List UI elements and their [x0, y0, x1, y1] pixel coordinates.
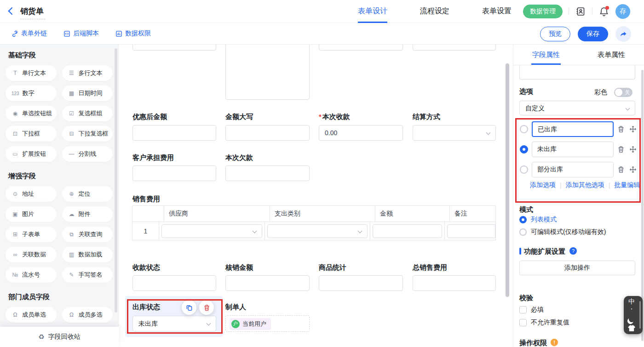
form-external-link[interactable]: 表单外链	[12, 29, 47, 38]
add-action-button[interactable]: 添加操作	[519, 261, 635, 275]
delete-option-icon[interactable]	[617, 146, 625, 153]
field-item-linked-data[interactable]: ∞关联数据	[6, 247, 57, 262]
field-item-dropdown[interactable]: ⊡下拉框	[6, 126, 57, 142]
field-item-datetime[interactable]: ▦日期时间	[62, 85, 113, 101]
field-input-customer-fee[interactable]	[132, 165, 216, 181]
tab-form-design[interactable]: 表单设计	[358, 0, 387, 23]
field-input-current-payment[interactable]: 0.00	[319, 125, 403, 141]
option-input[interactable]: 未出库	[532, 142, 614, 157]
field-item-signature[interactable]: ✎手写签名	[62, 267, 113, 283]
contacts-book-icon[interactable]	[575, 6, 586, 17]
field-input-discounted-amount[interactable]	[132, 125, 216, 141]
drag-option-icon[interactable]	[629, 125, 637, 133]
field-item-member-single[interactable]: Ω成员单选	[6, 307, 57, 323]
notification-dot	[605, 6, 609, 10]
field-item-lookup-query[interactable]: ⧉关联查询	[62, 227, 113, 242]
required-checkbox-row[interactable]: 必填	[519, 306, 544, 314]
notification-bell-icon[interactable]	[598, 6, 610, 17]
radio-group-icon: ◉	[12, 110, 19, 117]
field-item-single-line-text[interactable]: T单行文本	[6, 65, 57, 81]
ime-skin-button[interactable]	[628, 324, 635, 332]
field-recycle-bin[interactable]: ♻ 字段回收站	[0, 327, 119, 347]
field-input-clipped[interactable]	[319, 45, 403, 51]
delete-option-icon[interactable]	[617, 125, 625, 133]
field-item-subform[interactable]: ⊞子表单	[6, 227, 57, 242]
color-toggle[interactable]: 关	[614, 88, 632, 97]
subform-cell-amount	[370, 222, 445, 240]
chevron-down-icon	[486, 131, 491, 135]
option-radio-selected[interactable]	[520, 145, 528, 154]
backend-script-link[interactable]: 后端脚本	[63, 29, 99, 38]
data-permission-link[interactable]: 数据权限	[115, 29, 151, 38]
field-item-divider[interactable]: —分割线	[62, 146, 113, 162]
mode-list-option[interactable]: 列表模式	[519, 216, 557, 224]
no-duplicate-checkbox-row[interactable]: 不允许重复值	[519, 319, 569, 327]
tab-field-properties[interactable]: 字段属性	[513, 45, 579, 65]
delete-option-icon[interactable]	[617, 166, 625, 173]
field-item-data-load[interactable]: ▥数据加载	[62, 247, 113, 262]
field-select-outbound-status[interactable]: 未出库	[132, 316, 216, 331]
field-creator-box[interactable]: 户 当前用户	[225, 315, 310, 332]
field-item-address[interactable]: ⊙地址	[6, 186, 57, 202]
field-input-amount-in-words[interactable]	[225, 125, 310, 141]
signature-icon: ✎	[68, 272, 75, 278]
field-item-location[interactable]: ⊕定位	[62, 186, 113, 202]
option-input[interactable]: 部分出库	[532, 162, 614, 177]
drag-option-icon[interactable]	[629, 146, 637, 153]
field-input-clipped[interactable]	[413, 45, 496, 51]
field-item-member-multi[interactable]: Ω成员多选	[62, 307, 113, 323]
field-item-extend-button[interactable]: ▭扩展按钮	[6, 146, 57, 162]
help-icon[interactable]: ?	[569, 247, 577, 255]
field-item-multi-line-text[interactable]: ☰多行文本	[62, 65, 113, 81]
option-radio[interactable]	[520, 165, 528, 174]
avatar[interactable]: 存	[615, 4, 630, 19]
field-item-multi-dropdown[interactable]: ⊟下拉复选框	[62, 126, 113, 142]
field-item-image[interactable]: ▣图片	[6, 206, 57, 222]
ime-handle[interactable]	[639, 301, 641, 329]
field-item-radio-group[interactable]: ◉单选按钮组	[6, 106, 57, 121]
add-option-link[interactable]: 添加选项	[530, 181, 556, 189]
ime-moon-button[interactable]	[629, 315, 635, 324]
drag-option-icon[interactable]	[629, 166, 637, 173]
ime-language-button[interactable]: 中	[628, 297, 635, 306]
share-button[interactable]	[615, 26, 631, 42]
field-input-total-sales-fee[interactable]	[413, 275, 496, 291]
shirt-icon	[628, 325, 635, 331]
field-input-current-debt[interactable]	[225, 165, 310, 181]
field-item-number[interactable]: 123数字	[6, 85, 57, 101]
batch-edit-link[interactable]: 批量编辑	[614, 181, 640, 189]
save-button[interactable]: 保存	[578, 27, 608, 41]
tab-form-setting[interactable]: 表单设置	[482, 0, 512, 23]
option-source-select[interactable]: 自定义	[519, 101, 635, 115]
ime-punctuation-button[interactable]: ʼ	[631, 306, 632, 315]
multi-line-text-icon: ☰	[68, 70, 75, 76]
field-title-input-clipped[interactable]	[519, 65, 635, 80]
option-radio[interactable]	[520, 125, 528, 133]
delete-field-button[interactable]	[199, 300, 214, 315]
preview-button[interactable]: 预览	[540, 27, 570, 41]
tab-flow-setting[interactable]: 流程设定	[420, 0, 449, 23]
canvas-scrollbar[interactable]	[506, 63, 509, 297]
permission-icon	[115, 30, 122, 37]
data-manage-button[interactable]: 数据管理	[523, 5, 563, 18]
add-other-option-link[interactable]: 添加其他选项	[566, 181, 604, 189]
field-textarea-clipped[interactable]	[225, 45, 310, 100]
back-icon[interactable]	[8, 7, 16, 15]
option-input-focused[interactable]: 已出库	[532, 121, 614, 137]
subform-select-expense-type[interactable]	[267, 224, 368, 238]
field-item-attachment[interactable]: ☁附件	[62, 206, 113, 222]
subform-input-amount[interactable]	[373, 224, 442, 238]
subform-input-remark[interactable]	[447, 224, 495, 238]
field-input-payment-status[interactable]	[132, 275, 216, 291]
field-select-settlement-method[interactable]	[413, 125, 496, 141]
tab-form-properties[interactable]: 表单属性	[579, 45, 644, 65]
field-item-checkbox-group[interactable]: ☑复选框组	[62, 106, 113, 121]
field-input-writeoff-amount[interactable]	[225, 275, 310, 291]
field-input-product-stats[interactable]	[319, 275, 403, 291]
subform-select-supplier[interactable]	[161, 224, 262, 238]
mode-editable-option[interactable]: 可编辑模式(仅移动端有效)	[519, 228, 606, 236]
copy-field-button[interactable]	[182, 300, 196, 315]
sidebar-scrollbar[interactable]	[115, 48, 117, 313]
field-item-serial-number[interactable]: №流水号	[6, 267, 57, 283]
field-input-clipped[interactable]	[132, 45, 216, 51]
